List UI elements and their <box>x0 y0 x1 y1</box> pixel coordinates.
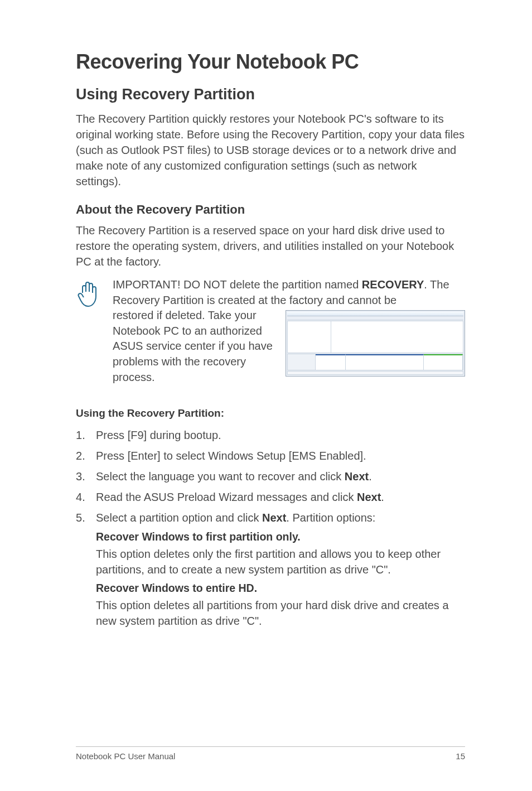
hand-stop-icon <box>76 277 103 385</box>
step-3: Select the language you want to recover … <box>76 469 465 485</box>
footer-page-number: 15 <box>456 751 465 761</box>
option1-title: Recover Windows to first partition only. <box>96 530 465 543</box>
step-2: Press [Enter] to select Windows Setup [E… <box>76 448 465 464</box>
section-heading-using-recovery: Using Recovery Partition <box>76 86 465 103</box>
disk-management-screenshot <box>286 310 465 377</box>
footer-left: Notebook PC User Manual <box>76 751 175 761</box>
section1-paragraph: The Recovery Partition quickly restores … <box>76 111 465 189</box>
step-5: Select a partition option and click Next… <box>76 510 465 526</box>
step-4: Read the ASUS Preload Wizard messages an… <box>76 489 465 505</box>
important-text-prefix: IMPORTANT! DO NOT delete the partition n… <box>113 278 362 291</box>
option1-desc: This option deletes only the first parti… <box>96 547 465 577</box>
steps-list: Press [F9] during bootup. Press [Enter] … <box>76 427 465 526</box>
important-text-bold: RECOVERY <box>362 278 424 291</box>
important-note: IMPORTANT! DO NOT delete the partition n… <box>76 277 465 385</box>
page-footer: Notebook PC User Manual 15 <box>76 746 465 761</box>
step-1: Press [F9] during bootup. <box>76 427 465 443</box>
option2-title: Recover Windows to entire HD. <box>96 582 465 595</box>
section2-paragraph: The Recovery Partition is a reserved spa… <box>76 223 465 269</box>
important-text-tail: restored if deleted. Take your Notebook … <box>113 308 277 385</box>
option2-desc: This option deletes all partitions from … <box>96 598 465 629</box>
page-title: Recovering Your Notebook PC <box>76 50 465 74</box>
section-heading-using-steps: Using the Recovery Partition: <box>76 407 465 419</box>
section-heading-about-recovery: About the Recovery Partition <box>76 202 465 217</box>
